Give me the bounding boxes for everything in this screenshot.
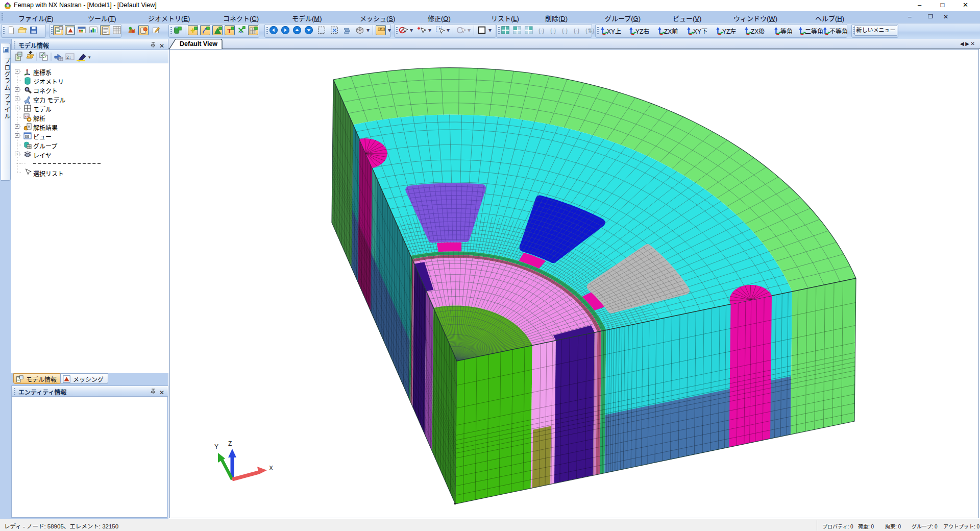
svg-text:2↓: 2↓ [66,55,71,60]
svg-text:Z: Z [228,440,232,447]
svg-text:{·}: {·} [550,27,556,34]
svg-text:{·}: {·} [562,27,568,34]
svg-text:Y: Y [214,443,218,450]
svg-text:{·}: {·} [538,27,545,34]
svg-text:▾: ▾ [88,55,91,60]
svg-text:{⇅}: {⇅} [585,27,594,34]
svg-text:{·}: {·} [574,27,580,34]
svg-text:X: X [269,465,273,472]
